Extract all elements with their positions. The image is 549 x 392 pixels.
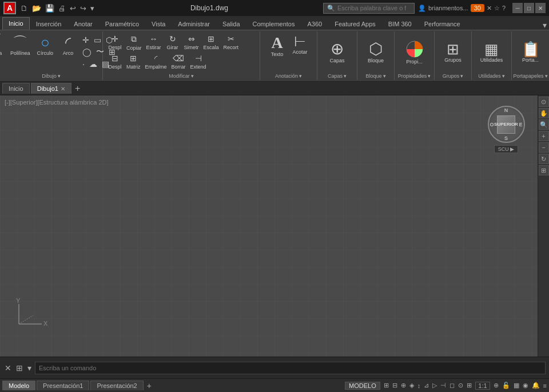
extend-tool[interactable]: ⊣Extend bbox=[189, 53, 208, 70]
star-icon[interactable]: ☆ bbox=[494, 5, 500, 12]
otrack-toggle[interactable]: ⊿ bbox=[424, 382, 429, 389]
mirror-tool[interactable]: ⇔Simetr bbox=[182, 34, 201, 51]
polilinea-button[interactable]: ⌒ Polilínea bbox=[8, 34, 33, 57]
tab-bim360[interactable]: BIM 360 bbox=[382, 18, 418, 30]
hardware-btn[interactable]: ▦ bbox=[514, 382, 519, 389]
qa-more[interactable]: ▾ bbox=[89, 3, 96, 13]
tab-a360[interactable]: A360 bbox=[301, 18, 329, 30]
modificar-expand-icon[interactable]: ▾ bbox=[191, 73, 194, 79]
qa-undo[interactable]: ↩ bbox=[69, 3, 77, 13]
tab-performance[interactable]: Performance bbox=[418, 18, 467, 30]
linewidth-toggle[interactable]: ⊣ bbox=[440, 382, 446, 389]
utilidades-expand-icon[interactable]: ▾ bbox=[502, 73, 505, 79]
erase-tool[interactable]: ⌫Borrar bbox=[170, 53, 188, 70]
dynin-toggle[interactable]: ▷ bbox=[432, 382, 437, 389]
tab-parametrico[interactable]: Paramétrico bbox=[99, 18, 145, 30]
portapapeles-expand-icon[interactable]: ▾ bbox=[545, 73, 548, 79]
isolate-btn[interactable]: ◉ bbox=[523, 382, 528, 389]
tab-presentacion2[interactable]: Presentación2 bbox=[90, 381, 143, 390]
notification-badge[interactable]: 30 bbox=[471, 4, 484, 12]
arco-button[interactable]: ◜ Arco bbox=[58, 34, 78, 57]
rt-zoom-out-button[interactable]: − bbox=[539, 142, 549, 153]
transparency-toggle[interactable]: ◻ bbox=[449, 382, 455, 389]
sel-cycle-toggle[interactable]: ⊞ bbox=[467, 382, 472, 389]
tools-icon[interactable]: ✕ bbox=[487, 5, 492, 12]
minimize-button[interactable]: ─ bbox=[512, 3, 523, 13]
bloque-expand-icon[interactable]: ▾ bbox=[383, 73, 386, 79]
osnap-toggle[interactable]: ↕ bbox=[417, 382, 421, 389]
qa-redo[interactable]: ↪ bbox=[79, 3, 87, 13]
ortho-toggle[interactable]: ⊕ bbox=[401, 382, 406, 389]
portapapeles-button[interactable]: 📋 Porta... bbox=[519, 41, 542, 64]
array-tool[interactable]: ⊞Matriz bbox=[125, 53, 142, 70]
rect-button[interactable]: ▭ bbox=[92, 35, 103, 45]
nav-cube-face[interactable]: SUPERIOR bbox=[497, 115, 515, 134]
cmd-input[interactable] bbox=[39, 365, 542, 371]
grupos-expand-icon[interactable]: ▾ bbox=[460, 73, 463, 79]
doc-tab-inicio[interactable]: Inicio bbox=[2, 83, 30, 94]
qa-open[interactable]: 📂 bbox=[31, 3, 42, 13]
tab-inicio[interactable]: Inicio bbox=[2, 17, 30, 30]
search-input[interactable] bbox=[337, 5, 406, 11]
maximize-button[interactable]: □ bbox=[524, 3, 534, 13]
scale-tool[interactable]: ⊞Escala bbox=[202, 34, 221, 51]
circulo-button[interactable]: ○ Círculo bbox=[35, 34, 56, 57]
username[interactable]: brianmentos... bbox=[428, 5, 468, 11]
cloud-button[interactable]: ☁ bbox=[87, 59, 99, 69]
cmd-close-button[interactable]: ✕ bbox=[3, 362, 13, 374]
rt-pan-button[interactable]: ✋ bbox=[539, 108, 549, 118]
grupos-button[interactable]: ⊞ Grupos bbox=[442, 41, 464, 64]
capas-expand-icon[interactable]: ▾ bbox=[344, 73, 347, 79]
grid-toggle[interactable]: ⊞ bbox=[384, 382, 389, 389]
linea-button[interactable]: ╱ Línea bbox=[0, 34, 6, 57]
bloque-button[interactable]: ⬡ Bloque bbox=[365, 40, 386, 65]
tab-anotar[interactable]: Anotar bbox=[67, 18, 98, 30]
ellipse-button[interactable]: ◯ bbox=[81, 46, 93, 58]
nav-cube[interactable]: N S E O SUPERIOR SCU ▶ bbox=[486, 106, 526, 174]
trim-tool[interactable]: ✂Recort bbox=[222, 34, 241, 51]
rt-grid-button[interactable]: ⊞ bbox=[539, 165, 549, 175]
rt-zoom-button[interactable]: 🔍 bbox=[539, 119, 549, 130]
anotacion-expand-icon[interactable]: ▾ bbox=[299, 73, 302, 79]
viewport[interactable]: [-][Superior][Estructura alámbrica 2D] N… bbox=[0, 95, 538, 357]
qa-new[interactable]: 🗋 bbox=[19, 3, 29, 13]
fillet-tool[interactable]: ◜Empalme bbox=[144, 53, 169, 70]
qa-save[interactable]: 💾 bbox=[44, 3, 55, 13]
capas-button[interactable]: ⊕ Capas bbox=[327, 40, 348, 65]
point-button[interactable]: · bbox=[81, 59, 86, 69]
qa-print[interactable]: 🖨 bbox=[57, 3, 67, 13]
cmd-expand-button[interactable]: ⊞ bbox=[15, 362, 24, 374]
rt-zoom-in-button[interactable]: + bbox=[539, 131, 549, 141]
acotar-button[interactable]: ⊢ Acotar bbox=[290, 34, 311, 56]
customize-btn[interactable]: ≡ bbox=[543, 382, 547, 389]
polar-toggle[interactable]: ◈ bbox=[409, 382, 414, 389]
tab-administrar[interactable]: Administrar bbox=[172, 18, 216, 30]
dibujo-expand-icon[interactable]: ▾ bbox=[58, 73, 61, 79]
propiedades-button[interactable]: Propi... bbox=[403, 39, 426, 66]
doc-tab-new-button[interactable]: + bbox=[73, 83, 82, 94]
ribbon-collapse-icon[interactable]: ▾ bbox=[543, 21, 547, 30]
stretch-tool[interactable]: ↔Estirar bbox=[145, 34, 163, 51]
tab-insercion[interactable]: Inserción bbox=[30, 18, 68, 30]
tab-presentacion1[interactable]: Presentación1 bbox=[37, 381, 89, 390]
move-tool[interactable]: ✛Despl bbox=[106, 34, 124, 51]
close-button[interactable]: ✕ bbox=[535, 3, 546, 13]
doc-tab-close-icon[interactable]: ✕ bbox=[61, 86, 65, 92]
offset-tool[interactable]: ⊟Despl bbox=[106, 53, 124, 70]
cmd-options-button[interactable]: ▾ bbox=[26, 362, 33, 374]
move-button[interactable]: ✛ bbox=[81, 35, 91, 45]
workspace-btn[interactable]: ⊕ bbox=[494, 382, 499, 389]
snap-toggle[interactable]: ⊟ bbox=[392, 382, 397, 389]
notification-btn[interactable]: 🔔 bbox=[532, 382, 540, 389]
rt-orbit-button[interactable]: ⊙ bbox=[539, 97, 549, 107]
lockui-btn[interactable]: 🔓 bbox=[502, 382, 510, 389]
texto-button[interactable]: A Texto bbox=[267, 34, 288, 58]
help-icon[interactable]: ? bbox=[502, 5, 506, 11]
add-layout-button[interactable]: + bbox=[145, 381, 154, 390]
qp-toggle[interactable]: ⊙ bbox=[458, 382, 463, 389]
utilidades-button[interactable]: ▦ Utilidades bbox=[478, 41, 506, 64]
tab-complementos[interactable]: Complementos bbox=[246, 18, 301, 30]
rotate-tool[interactable]: ↻Girar bbox=[164, 34, 181, 51]
propiedades-expand-icon[interactable]: ▾ bbox=[428, 73, 431, 79]
tab-modelo[interactable]: Modelo bbox=[2, 381, 35, 390]
